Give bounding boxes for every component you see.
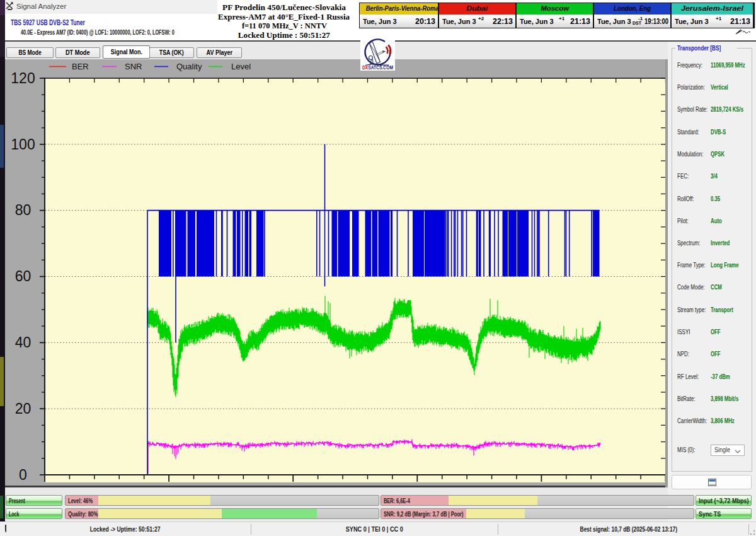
svg-text:0: 0 xyxy=(19,467,27,483)
svg-text:120: 120 xyxy=(11,70,35,86)
svg-text:BER: BER xyxy=(72,62,89,71)
svg-text:Level: Level xyxy=(231,62,251,71)
svg-text:Quality: Quality xyxy=(176,62,202,71)
svg-text:80: 80 xyxy=(15,202,32,218)
svg-text:40: 40 xyxy=(15,334,32,351)
svg-text:100: 100 xyxy=(11,136,35,153)
svg-text:20: 20 xyxy=(15,400,32,417)
svg-text:SNR: SNR xyxy=(125,62,142,71)
svg-text:60: 60 xyxy=(15,268,32,284)
svg-text:DXSATCS.COM: DXSATCS.COM xyxy=(362,64,393,71)
